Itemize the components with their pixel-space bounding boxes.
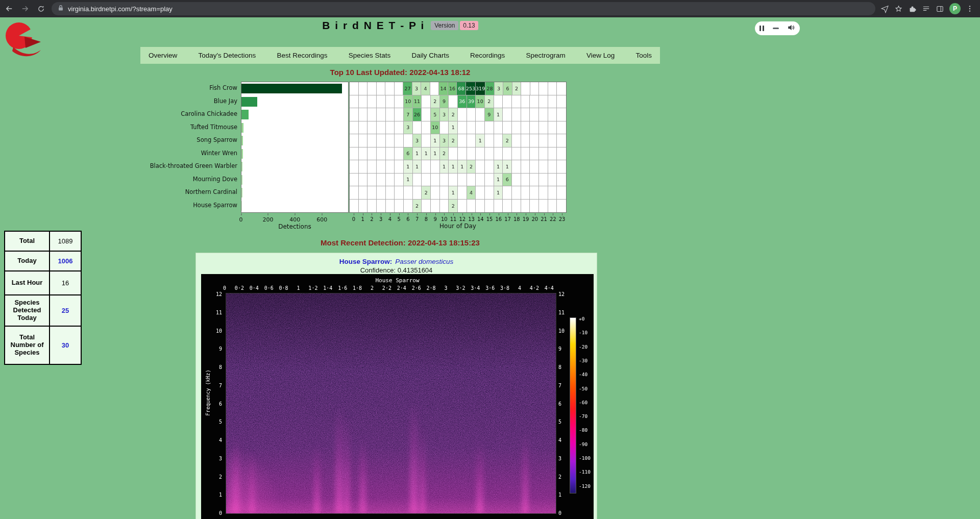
nav-item-overview[interactable]: Overview — [149, 52, 177, 59]
heatmap-cell — [557, 95, 566, 109]
heatmap-cell — [539, 95, 548, 109]
heatmap-cell: 1 — [413, 147, 422, 161]
x-tick-label: 600 — [316, 216, 327, 223]
stat-value[interactable]: 1006 — [50, 251, 81, 271]
detection-species-link[interactable]: House Sparrow: — [339, 258, 393, 265]
nav-item-daily-charts[interactable]: Daily Charts — [411, 52, 449, 59]
heatmap-cell — [422, 95, 431, 109]
hour-tick-label: 9 — [431, 213, 440, 222]
heatmap-cell — [494, 95, 503, 109]
heatmap-cell — [377, 121, 386, 135]
spectrogram-noise-streak — [410, 401, 418, 513]
nav-item-spectrogram[interactable]: Spectrogram — [526, 52, 566, 59]
heatmap-cell — [557, 174, 566, 187]
hour-tick-label: 21 — [540, 213, 549, 222]
heatmap-cell — [494, 147, 503, 161]
nav-item-today-s-detections[interactable]: Today's Detections — [198, 52, 256, 59]
heatmap-cell — [386, 186, 395, 200]
heatmap-cell — [548, 174, 557, 187]
heatmap-cell — [359, 147, 368, 161]
stat-value[interactable]: 25 — [50, 295, 81, 326]
audio-progress-handle[interactable] — [773, 28, 779, 29]
url-bar[interactable]: virginia.birdnetpi.com/?stream=play — [52, 2, 875, 15]
heatmap-cell — [359, 186, 368, 200]
heatmap-cell — [350, 200, 359, 213]
heatmap-cell: 11 — [413, 95, 422, 109]
heatmap-cell — [539, 160, 548, 174]
heatmap-cell — [395, 95, 404, 109]
menu-kebab-icon[interactable] — [966, 5, 974, 13]
reading-list-icon[interactable] — [922, 5, 930, 13]
heatmap-cell — [530, 174, 539, 187]
heatmap-cell: 36 — [458, 95, 467, 109]
time-tick-label: 3·8 — [500, 285, 509, 291]
stat-value[interactable]: 30 — [50, 326, 81, 364]
nav-item-best-recordings[interactable]: Best Recordings — [277, 52, 327, 59]
stats-row: Total Number of Species30 — [5, 326, 81, 364]
hour-tick-label: 19 — [521, 213, 530, 222]
heatmap-cell — [476, 160, 485, 174]
reload-icon[interactable] — [34, 2, 47, 15]
nav-item-recordings[interactable]: Recordings — [470, 52, 505, 59]
hour-tick-label: 13 — [467, 213, 476, 222]
heatmap-cell: 6 — [503, 82, 512, 95]
hour-tick-label: 7 — [412, 213, 422, 222]
heatmap-cell: 2 — [440, 147, 449, 161]
spectrogram-image: House Sparrow 00·20·40·60·811·21·41·61·8… — [201, 274, 594, 519]
freq-tick-label: 0 — [558, 510, 561, 516]
stat-value: 16 — [50, 271, 81, 295]
side-panel-icon[interactable] — [936, 5, 944, 13]
time-tick-label: 4·2 — [530, 285, 539, 291]
heatmap-cell — [530, 108, 539, 121]
send-icon[interactable] — [880, 5, 889, 13]
forward-icon[interactable] — [18, 2, 32, 15]
spectrogram-noise-streak — [360, 437, 366, 513]
bookmark-star-icon[interactable] — [894, 5, 903, 13]
heatmap-cell — [395, 147, 404, 161]
heatmap-cell: 2 — [467, 160, 476, 174]
heatmap-cell: 2 — [503, 134, 512, 147]
heatmap-cell — [485, 174, 494, 187]
db-tick-label: -10 — [579, 330, 587, 335]
heatmap-cell — [449, 174, 458, 187]
hour-tick-label: 6 — [404, 213, 413, 222]
audio-player[interactable] — [755, 21, 800, 35]
nav-item-view-log[interactable]: View Log — [586, 52, 615, 59]
heatmap-cell: 1 — [431, 147, 440, 161]
heatmap-row: 72653291 — [350, 108, 566, 121]
most-recent-heading: Most Recent Detection: 2022-04-13 18:15:… — [0, 238, 800, 247]
heatmap-cell: 2 — [431, 95, 440, 109]
back-icon[interactable] — [3, 2, 16, 15]
heatmap-cell — [404, 200, 413, 213]
volume-icon[interactable] — [787, 23, 795, 34]
browser-chrome: virginia.birdnetpi.com/?stream=play P — [0, 0, 980, 17]
heatmap-cell: 7 — [404, 108, 413, 121]
time-tick-label: 1 — [297, 285, 300, 291]
heatmap-cell — [530, 82, 540, 95]
profile-avatar[interactable]: P — [949, 3, 961, 14]
heatmap-cell — [359, 200, 368, 213]
hour-tick-label: 8 — [422, 213, 431, 222]
heatmap-cell — [485, 147, 494, 161]
lock-icon — [58, 4, 64, 13]
nav-item-tools[interactable]: Tools — [635, 52, 652, 59]
time-tick-label: 2·4 — [397, 285, 406, 291]
heatmap-cell: 2 — [449, 134, 458, 147]
pause-icon[interactable] — [760, 26, 764, 31]
spectrogram-noise-streak — [522, 432, 528, 513]
heatmap-cell — [386, 108, 395, 121]
heatmap-cell — [467, 147, 476, 161]
extensions-puzzle-icon[interactable] — [908, 5, 917, 13]
time-tick-label: 0 — [223, 285, 226, 291]
heatmap-cell — [350, 147, 359, 161]
heatmap-cell — [494, 200, 503, 213]
time-tick-label: 3·2 — [456, 285, 465, 291]
heatmap-cell — [521, 160, 530, 174]
freq-tick-label: 7 — [558, 382, 561, 388]
hour-tick-label: 12 — [458, 213, 467, 222]
time-tick-label: 0·4 — [250, 285, 259, 291]
nav-item-species-stats[interactable]: Species Stats — [349, 52, 391, 59]
heatmap-cell — [395, 82, 404, 95]
heatmap-cell: 10 — [404, 95, 413, 109]
heatmap-cell: 2 — [413, 200, 422, 213]
